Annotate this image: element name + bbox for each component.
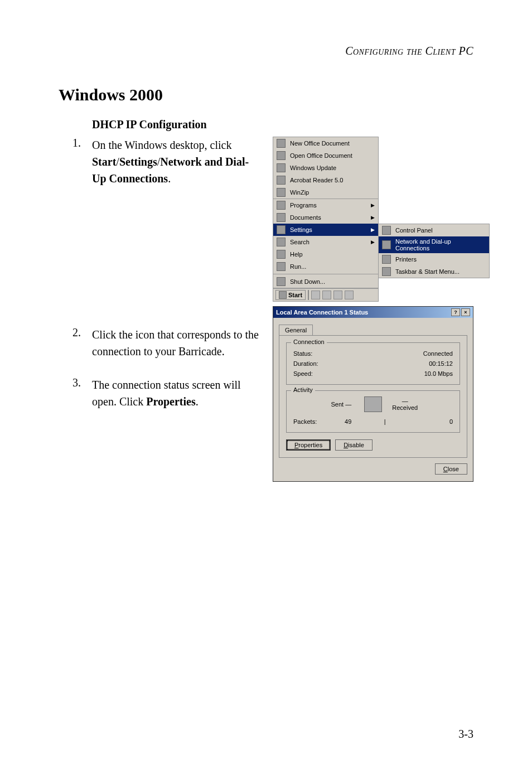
start-button[interactable]: Start [275, 290, 306, 300]
close-button[interactable]: Close [435, 463, 467, 475]
page-header-title: Configuring the Client PC [59, 45, 473, 57]
menu-item[interactable]: Help [273, 248, 378, 260]
app-icon [277, 163, 286, 172]
group-label: Activity [291, 386, 315, 393]
menu-item[interactable]: Documents▶ [273, 211, 378, 224]
disable-button[interactable]: Disable [335, 439, 373, 451]
step-number: 1. [59, 137, 92, 187]
dialog-title-text: Local Area Connection 1 Status [276, 309, 368, 316]
menu-label: Printers [395, 256, 417, 263]
info-key: Speed: [293, 370, 313, 377]
info-row: Duration:00:15:12 [293, 359, 453, 369]
menu-item[interactable]: Search▶ [273, 236, 378, 248]
dialog-titlebar: Local Area Connection 1 Status ? × [273, 307, 473, 318]
taskbar-icon[interactable] [322, 291, 331, 299]
menu-label: New Office Document [290, 140, 350, 147]
app-icon [277, 188, 286, 197]
submenu-icon [382, 226, 391, 235]
shutdown-icon [277, 277, 286, 286]
sub-heading: DHCP IP Configuration [92, 118, 473, 131]
menu-item[interactable]: Programs▶ [273, 199, 378, 211]
network-icon [364, 396, 382, 412]
info-key: Duration: [293, 360, 318, 367]
menu-label: Documents [290, 214, 321, 221]
menu-icon [277, 225, 286, 234]
settings-submenu: Control PanelNetwork and Dial-up Connect… [378, 224, 490, 278]
menu-shutdown[interactable]: Shut Down... [273, 275, 378, 288]
app-icon [277, 176, 286, 185]
step-text: Click the icon that corresponds to the c… [92, 326, 262, 360]
chevron-right-icon: ▶ [371, 215, 375, 220]
received-value: 0 [390, 418, 453, 425]
menu-label: Network and Dial-up Connections [395, 238, 486, 251]
chevron-right-icon: ▶ [371, 239, 375, 245]
page-number: 3-3 [458, 728, 473, 741]
windows-icon [279, 291, 287, 299]
packets-label: Packets: [293, 418, 317, 425]
step-2: 2. Click the icon that corresponds to th… [59, 326, 262, 360]
menu-item[interactable]: Windows Update [273, 162, 378, 174]
menu-icon [277, 201, 286, 210]
app-icon [277, 151, 286, 160]
start-menu-screenshot: New Office DocumentOpen Office DocumentW… [273, 137, 473, 302]
sent-label: Sent — [325, 401, 357, 408]
menu-item[interactable]: Settings▶ [273, 224, 378, 236]
menu-label: Settings [290, 226, 312, 233]
submenu-icon [382, 267, 391, 276]
menu-item[interactable]: New Office Document [273, 137, 378, 149]
info-key: Status: [293, 350, 312, 357]
taskbar-icon[interactable] [333, 291, 342, 299]
submenu-item[interactable]: Printers [379, 253, 489, 265]
submenu-icon [382, 240, 391, 249]
menu-label: Run... [290, 263, 306, 270]
chevron-right-icon: ▶ [371, 227, 375, 233]
taskbar-icon[interactable] [345, 291, 354, 299]
step-number: 2. [59, 326, 92, 360]
taskbar-icon[interactable] [311, 291, 320, 299]
submenu-item[interactable]: Network and Dial-up Connections [379, 236, 489, 253]
close-icon[interactable]: × [461, 308, 470, 316]
connection-group: Connection Status:ConnectedDuration:00:1… [286, 342, 460, 385]
menu-label: Open Office Document [290, 152, 352, 159]
menu-label: Acrobat Reader 5.0 [290, 177, 343, 183]
menu-icon [277, 262, 286, 271]
menu-label: Windows Update [290, 165, 336, 171]
info-value: 10.0 Mbps [424, 370, 453, 377]
submenu-item[interactable]: Control Panel [379, 224, 489, 236]
menu-label: Control Panel [395, 227, 433, 234]
step-1: 1. On the Windows desktop, click Start/S… [59, 137, 262, 187]
tab-general[interactable]: General [279, 325, 313, 335]
received-label: — Received [389, 398, 421, 411]
taskbar: Start [273, 288, 379, 302]
group-label: Connection [291, 338, 327, 345]
menu-label: Taskbar & Start Menu... [395, 268, 460, 275]
connection-status-dialog: Local Area Connection 1 Status ? × Gener… [273, 306, 473, 482]
menu-label: WinZip [290, 189, 309, 196]
menu-icon [277, 213, 286, 222]
start-menu-bottom: Programs▶Documents▶Settings▶Control Pane… [273, 199, 379, 288]
menu-label: Search [290, 239, 309, 245]
submenu-icon [382, 255, 391, 264]
menu-icon [277, 238, 286, 246]
step-text: The connection status screen will open. … [92, 376, 262, 410]
step-text: On the Windows desktop, click Start/Sett… [92, 137, 262, 187]
menu-item[interactable]: WinZip [273, 186, 378, 199]
info-value: Connected [423, 350, 453, 357]
start-menu-top: New Office DocumentOpen Office DocumentW… [273, 137, 379, 199]
properties-button[interactable]: Properties [286, 439, 331, 451]
info-row: Speed:10.0 Mbps [293, 369, 453, 379]
menu-label: Shut Down... [290, 278, 325, 285]
help-button[interactable]: ? [451, 308, 460, 316]
sent-value: 49 [317, 418, 379, 425]
activity-group: Activity Sent — — Received Packets: 49 | [286, 390, 460, 433]
menu-item[interactable]: Acrobat Reader 5.0 [273, 174, 378, 186]
menu-item[interactable]: Run... [273, 260, 378, 273]
submenu-item[interactable]: Taskbar & Start Menu... [379, 265, 489, 278]
app-icon [277, 139, 286, 148]
menu-label: Help [290, 251, 303, 258]
menu-item[interactable]: Open Office Document [273, 149, 378, 162]
info-row: Status:Connected [293, 349, 453, 359]
start-label: Start [288, 292, 302, 298]
menu-icon [277, 250, 286, 259]
main-heading: Windows 2000 [59, 85, 473, 104]
